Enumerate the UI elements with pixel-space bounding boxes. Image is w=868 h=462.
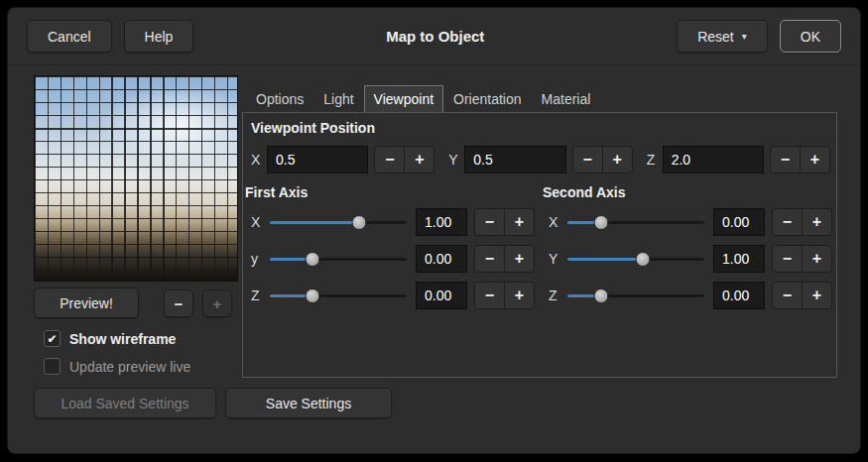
second-axis-x-label: X <box>549 214 558 230</box>
viewpoint-y-input[interactable] <box>464 146 565 173</box>
plus-icon: + <box>213 295 222 312</box>
second-axis-z-label: Z <box>549 288 558 303</box>
viewpoint-x-input[interactable] <box>267 146 368 173</box>
second-axis-y-spin-group: − + <box>772 245 832 273</box>
preview-button[interactable]: Preview! <box>34 288 139 318</box>
second-axis-y-label: Y <box>549 251 558 267</box>
map-to-object-dialog: Cancel Help Map to Object Reset ▾ OK Pre… <box>7 7 861 454</box>
slider-knob[interactable] <box>306 252 320 267</box>
second-axis-x-input[interactable] <box>713 208 765 236</box>
second-axis-z-decrement-button[interactable]: − <box>772 282 803 309</box>
slider-knob[interactable] <box>636 252 651 267</box>
first-axis-z-spin-group: − + <box>474 282 535 309</box>
viewpoint-x-spin-group: − + <box>374 146 434 173</box>
dialog-title: Map to Object <box>193 28 677 45</box>
save-settings-button[interactable]: Save Settings <box>225 388 392 418</box>
help-button[interactable]: Help <box>124 20 194 53</box>
ok-button[interactable]: OK <box>780 20 841 53</box>
second-axis-y-slider[interactable] <box>565 245 706 273</box>
second-axis-x-row: X − + <box>549 207 832 236</box>
tab-light[interactable]: Light <box>313 85 363 113</box>
first-axis-y-label: y <box>251 251 261 267</box>
titlebar-right-actions: Reset ▾ OK <box>677 20 841 53</box>
tab-material[interactable]: Material <box>532 85 601 113</box>
viewpoint-y-decrement-button[interactable]: − <box>572 146 603 173</box>
dialog-titlebar: Cancel Help Map to Object Reset ▾ OK <box>8 8 860 65</box>
first-axis-x-decrement-button[interactable]: − <box>474 208 505 236</box>
first-axis-y-increment-button[interactable]: + <box>504 245 535 273</box>
viewpoint-x-increment-button[interactable]: + <box>404 146 434 173</box>
reset-button-label: Reset <box>697 29 734 45</box>
load-saved-settings-button[interactable]: Load Saved Settings <box>34 388 216 418</box>
second-axis-z-spin-group: − + <box>772 282 832 309</box>
first-axis-y-input[interactable] <box>416 245 467 273</box>
viewpoint-z-group: Z − + <box>647 146 830 173</box>
update-preview-live-label: Update preview live <box>69 359 190 375</box>
first-axis-z-row: Z − + <box>251 281 535 309</box>
viewpoint-panel: Viewpoint Position X − + Y − + Z <box>242 112 837 378</box>
reset-button[interactable]: Reset ▾ <box>677 20 768 53</box>
first-axis-x-increment-button[interactable]: + <box>504 208 535 236</box>
viewpoint-y-spin-group: − + <box>572 146 633 173</box>
first-axis-x-input[interactable] <box>416 208 467 236</box>
show-wireframe-label: Show wireframe <box>69 331 176 347</box>
tab-orientation[interactable]: Orientation <box>443 85 531 113</box>
minus-icon: − <box>175 295 184 312</box>
viewpoint-y-increment-button[interactable]: + <box>602 146 633 173</box>
chevron-down-icon: ▾ <box>742 31 747 42</box>
first-axis-x-row: X − + <box>251 207 535 236</box>
first-axis-z-input[interactable] <box>416 282 467 309</box>
first-axis-y-row: y − + <box>251 244 535 273</box>
second-axis-x-increment-button[interactable]: + <box>802 208 832 236</box>
first-axis-y-spin-group: − + <box>474 245 535 273</box>
viewpoint-x-group: X − + <box>251 146 434 173</box>
viewpoint-x-label: X <box>251 152 261 168</box>
first-axis-x-label: X <box>251 214 261 230</box>
slider-knob[interactable] <box>593 215 608 230</box>
first-axis-z-slider[interactable] <box>268 282 409 309</box>
check-icon: ✔ <box>47 333 57 345</box>
first-axis-y-decrement-button[interactable]: − <box>474 245 505 273</box>
viewpoint-y-group: Y − + <box>448 146 632 173</box>
cancel-button[interactable]: Cancel <box>27 20 112 53</box>
viewpoint-z-increment-button[interactable]: + <box>800 146 830 173</box>
second-axis-z-row: Z − + <box>549 281 832 309</box>
second-axis-title: Second Axis <box>543 184 626 200</box>
second-axis-y-row: Y − + <box>549 244 832 273</box>
first-axis-x-slider[interactable] <box>268 208 409 236</box>
viewpoint-z-input[interactable] <box>663 146 764 173</box>
slider-fill <box>270 221 361 224</box>
viewpoint-x-decrement-button[interactable]: − <box>374 146 405 173</box>
tab-options[interactable]: Options <box>246 85 313 113</box>
tab-viewpoint[interactable]: Viewpoint <box>364 85 443 113</box>
zoom-out-button[interactable]: − <box>164 289 193 317</box>
first-axis-z-label: Z <box>251 288 261 303</box>
second-axis-x-slider[interactable] <box>565 208 706 236</box>
first-axis-z-decrement-button[interactable]: − <box>474 282 505 309</box>
second-axis-z-increment-button[interactable]: + <box>802 282 832 309</box>
viewpoint-y-label: Y <box>448 152 458 168</box>
show-wireframe-checkbox[interactable]: ✔ Show wireframe <box>44 330 176 347</box>
zoom-in-button[interactable]: + <box>202 289 232 317</box>
first-axis-column: X − + y <box>251 207 535 317</box>
checkbox-checked-box[interactable]: ✔ <box>44 330 61 347</box>
slider-knob[interactable] <box>352 215 367 230</box>
first-axis-x-spin-group: − + <box>474 208 535 236</box>
slider-knob[interactable] <box>306 289 320 303</box>
second-axis-z-input[interactable] <box>713 282 765 309</box>
viewpoint-z-decrement-button[interactable]: − <box>770 146 801 173</box>
checkbox-unchecked-box[interactable] <box>44 358 61 375</box>
first-axis-z-increment-button[interactable]: + <box>504 282 535 309</box>
first-axis-title: First Axis <box>245 184 308 200</box>
second-axis-z-slider[interactable] <box>565 282 706 309</box>
second-axis-y-input[interactable] <box>713 245 765 273</box>
slider-knob[interactable] <box>593 289 608 303</box>
wireframe-preview-image[interactable] <box>34 75 238 282</box>
first-axis-y-slider[interactable] <box>268 245 409 273</box>
update-preview-live-checkbox[interactable]: Update preview live <box>44 358 190 375</box>
second-axis-x-spin-group: − + <box>772 208 832 236</box>
viewpoint-position-row: X − + Y − + Z − + <box>251 145 830 174</box>
second-axis-y-increment-button[interactable]: + <box>802 245 832 273</box>
second-axis-x-decrement-button[interactable]: − <box>772 208 803 236</box>
second-axis-y-decrement-button[interactable]: − <box>772 245 803 273</box>
